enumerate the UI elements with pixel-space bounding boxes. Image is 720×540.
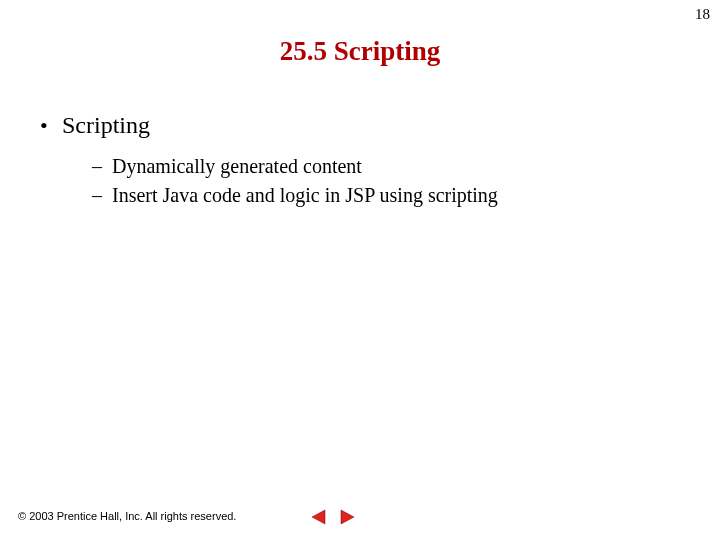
bullet-sub-text: Insert Java code and logic in JSP using … (112, 184, 498, 207)
bullet-sub: – Dynamically generated content (92, 155, 680, 178)
footer: © 2003 Prentice Hall, Inc. All rights re… (18, 510, 236, 522)
next-slide-button[interactable] (338, 508, 356, 526)
bullet-main: • Scripting (40, 112, 680, 139)
copyright-text: © 2003 Prentice Hall, Inc. All rights re… (18, 510, 236, 522)
bullet-sub: – Insert Java code and logic in JSP usin… (92, 184, 680, 207)
slide-nav (310, 508, 356, 526)
page-number: 18 (695, 6, 710, 23)
bullet-dot-icon: • (40, 113, 62, 139)
prev-arrow-icon (311, 509, 327, 525)
next-arrow-icon (339, 509, 355, 525)
svg-marker-1 (341, 510, 354, 524)
svg-marker-0 (312, 510, 325, 524)
slide-title: 25.5 Scripting (0, 36, 720, 67)
dash-icon: – (92, 184, 112, 207)
dash-icon: – (92, 155, 112, 178)
sub-bullets: – Dynamically generated content – Insert… (92, 155, 680, 207)
bullet-sub-text: Dynamically generated content (112, 155, 362, 178)
content-body: • Scripting – Dynamically generated cont… (40, 112, 680, 213)
prev-slide-button[interactable] (310, 508, 328, 526)
slide: 18 25.5 Scripting • Scripting – Dynamica… (0, 0, 720, 540)
bullet-main-text: Scripting (62, 112, 150, 139)
